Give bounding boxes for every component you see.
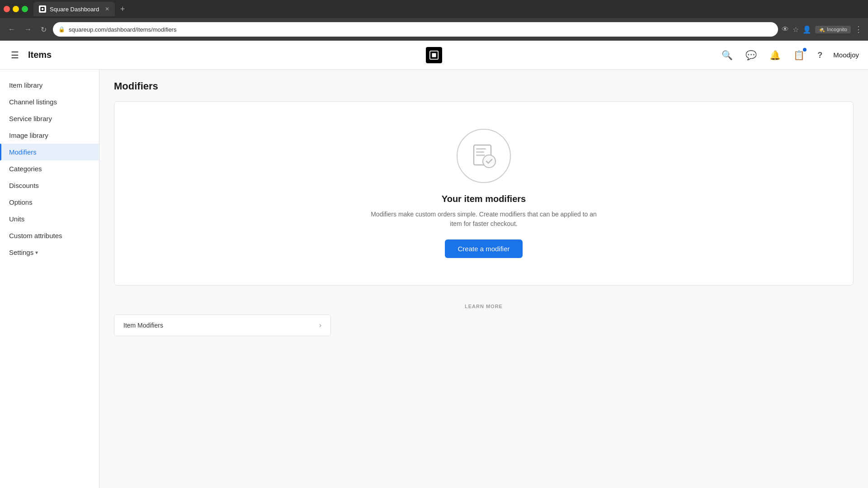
empty-state-description: Modifiers make custom orders simple. Cre…	[366, 210, 601, 229]
window-maximize-btn[interactable]: +	[22, 6, 28, 12]
sidebar-label-modifiers: Modifiers	[9, 148, 37, 156]
menu-dots-icon[interactable]: ⋮	[854, 24, 863, 34]
sidebar-label-options: Options	[9, 198, 33, 206]
empty-state-card: Your item modifiers Modifiers make custo…	[114, 101, 854, 286]
app-title: Items	[28, 50, 52, 60]
browser-chrome: ✕ − + Square Dashboard ✕ + ← → ↻ 🔒 squar…	[0, 0, 868, 41]
chevron-right-icon: ›	[319, 321, 321, 329]
messages-button[interactable]: 💬	[744, 48, 759, 62]
sidebar-item-discounts[interactable]: Discounts	[0, 177, 99, 194]
svg-rect-1	[42, 8, 44, 10]
active-tab[interactable]: Square Dashboard ✕	[33, 2, 115, 16]
page-title: Modifiers	[114, 80, 854, 92]
sidebar-label-item-library: Item library	[9, 81, 42, 89]
bell-icon: 🔔	[769, 50, 781, 60]
svg-point-8	[483, 155, 495, 168]
sidebar-item-units[interactable]: Units	[0, 211, 99, 227]
sidebar-label-custom-attributes: Custom attributes	[9, 232, 62, 239]
clipboard-icon: 📋	[793, 50, 805, 60]
forward-button[interactable]: →	[22, 23, 34, 36]
svg-rect-3	[432, 53, 436, 57]
modifier-illustration	[457, 129, 511, 183]
profile-icon[interactable]: 👤	[802, 25, 811, 34]
top-nav: ☰ Items 🔍 💬 🔔 📋	[0, 41, 868, 70]
clipboard-badge	[803, 48, 807, 52]
svg-rect-6	[476, 151, 484, 153]
user-name[interactable]: Moodjoy	[833, 51, 859, 59]
sidebar-label-channel-listings: Channel listings	[9, 98, 57, 106]
help-icon: ?	[817, 51, 822, 60]
sidebar: Item library Channel listings Service li…	[0, 70, 99, 488]
svg-rect-5	[476, 148, 486, 150]
window-close-btn[interactable]: ✕	[4, 6, 10, 12]
top-nav-right: 🔍 💬 🔔 📋 ? Moodjoy	[720, 48, 859, 62]
item-modifiers-link[interactable]: Item Modifiers ›	[114, 314, 331, 336]
hide-icon: 👁	[782, 25, 789, 33]
empty-state-title: Your item modifiers	[442, 194, 526, 204]
messages-icon: 💬	[745, 50, 757, 60]
browser-tab-bar: ✕ − + Square Dashboard ✕ +	[0, 0, 868, 18]
search-button[interactable]: 🔍	[720, 48, 735, 62]
sidebar-item-image-library[interactable]: Image library	[0, 127, 99, 144]
sidebar-item-modifiers[interactable]: Modifiers	[0, 144, 99, 160]
settings-chevron-icon: ▾	[35, 249, 38, 256]
svg-rect-7	[476, 155, 485, 156]
tab-favicon	[39, 5, 46, 13]
sidebar-label-image-library: Image library	[9, 131, 48, 139]
tab-title: Square Dashboard	[50, 6, 99, 13]
sidebar-item-categories[interactable]: Categories	[0, 160, 99, 177]
sidebar-item-settings[interactable]: Settings ▾	[0, 244, 99, 261]
tab-close-icon[interactable]: ✕	[105, 6, 109, 12]
learn-more-section: LEARN MORE Item Modifiers ›	[114, 304, 854, 336]
help-button[interactable]: ?	[816, 48, 824, 62]
url-text: squareup.com/dashboard/items/modifiers	[69, 26, 176, 33]
sidebar-label-service-library: Service library	[9, 115, 52, 122]
nav-actions: 👁 ☆ 👤 🕵 Incognito ⋮	[782, 24, 863, 34]
app-container: ☰ Items 🔍 💬 🔔 📋	[0, 41, 868, 488]
clipboard-button[interactable]: 📋	[792, 48, 807, 62]
incognito-badge: 🕵 Incognito	[815, 26, 851, 33]
sidebar-label-units: Units	[9, 215, 24, 223]
square-logo-svg	[429, 50, 439, 60]
window-minimize-btn[interactable]: −	[13, 6, 19, 12]
sidebar-item-service-library[interactable]: Service library	[0, 110, 99, 127]
sidebar-label-settings: Settings	[9, 249, 33, 256]
sidebar-item-channel-listings[interactable]: Channel listings	[0, 94, 99, 110]
back-button[interactable]: ←	[5, 23, 18, 36]
refresh-button[interactable]: ↻	[38, 23, 49, 37]
browser-nav: ← → ↻ 🔒 squareup.com/dashboard/items/mod…	[0, 18, 868, 41]
incognito-icon: 🕵	[819, 27, 825, 33]
incognito-label: Incognito	[827, 27, 847, 32]
main-content: Modifiers Your item mod	[99, 70, 868, 488]
square-logo	[426, 47, 442, 63]
modifier-svg-icon	[469, 141, 498, 170]
new-tab-button[interactable]: +	[117, 3, 129, 16]
lock-icon: 🔒	[58, 26, 65, 33]
square-logo-container	[426, 47, 442, 63]
notifications-button[interactable]: 🔔	[768, 48, 783, 62]
hamburger-button[interactable]: ☰	[9, 48, 21, 62]
address-bar[interactable]: 🔒 squareup.com/dashboard/items/modifiers	[53, 22, 778, 37]
sidebar-label-discounts: Discounts	[9, 182, 39, 189]
sidebar-item-custom-attributes[interactable]: Custom attributes	[0, 227, 99, 244]
sidebar-item-item-library[interactable]: Item library	[0, 77, 99, 94]
item-modifiers-link-label: Item Modifiers	[123, 322, 163, 329]
learn-more-label: LEARN MORE	[114, 304, 854, 309]
sidebar-label-categories: Categories	[9, 165, 42, 173]
main-layout: Item library Channel listings Service li…	[0, 70, 868, 488]
bookmark-icon[interactable]: ☆	[793, 25, 799, 34]
search-icon: 🔍	[722, 50, 733, 60]
hamburger-icon: ☰	[11, 50, 19, 60]
sidebar-item-options[interactable]: Options	[0, 194, 99, 211]
create-modifier-button[interactable]: Create a modifier	[445, 239, 522, 258]
